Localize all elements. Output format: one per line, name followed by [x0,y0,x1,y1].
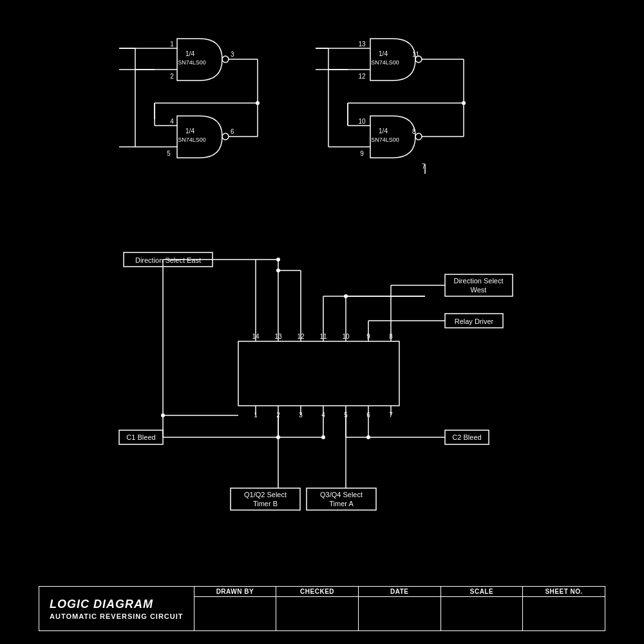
svg-point-24 [256,101,260,105]
svg-text:Direction Select: Direction Select [453,277,503,285]
svg-text:SN74LS00: SN74LS00 [371,137,399,143]
svg-text:1/4: 1/4 [185,50,194,57]
field-sheet-no-label: SHEET NO. [523,587,605,597]
field-checked-value [276,597,358,630]
svg-text:1/4: 1/4 [379,50,388,57]
field-scale-value [441,597,523,630]
field-scale: SCALE [441,587,524,630]
svg-text:1/4: 1/4 [185,128,194,135]
svg-point-144 [161,413,165,417]
svg-text:Timer A: Timer A [329,500,354,507]
svg-text:Q3/Q4 Select: Q3/Q4 Select [320,491,363,498]
svg-point-124 [321,435,325,439]
svg-point-20 [222,133,229,140]
svg-text:West: West [471,286,487,294]
title-fields: DRAWN BY CHECKED DATE SCALE SHEET NO. [194,587,605,630]
field-scale-label: SCALE [441,587,523,597]
field-checked-label: CHECKED [276,587,358,597]
svg-text:Direction Select East: Direction Select East [135,256,201,264]
field-drawn-by-value [194,597,276,630]
field-sheet-no: SHEET NO. [523,587,605,630]
svg-text:1/4: 1/4 [379,128,388,135]
svg-text:C1 Bleed: C1 Bleed [126,433,155,441]
svg-point-50 [415,133,422,140]
svg-text:SN74LS00: SN74LS00 [371,59,399,66]
svg-text:Q1/Q2 Select: Q1/Q2 Select [244,491,287,498]
svg-text:3: 3 [231,51,234,58]
svg-text:2: 2 [170,73,174,80]
field-checked: CHECKED [276,587,359,630]
svg-text:5: 5 [167,150,171,157]
svg-text:1: 1 [170,41,174,48]
svg-text:C2 Bleed: C2 Bleed [452,433,481,441]
diagram-subtitle: AUTOMATIC REVERSING CIRCUIT [50,612,184,620]
field-date: DATE [359,587,441,630]
svg-text:Timer B: Timer B [253,500,278,507]
svg-text:SN74LS00: SN74LS00 [178,59,206,66]
title-main: LOGIC DIAGRAM AUTOMATIC REVERSING CIRCUI… [39,587,194,630]
svg-text:Relay Driver: Relay Driver [455,317,494,325]
field-date-label: DATE [359,587,440,597]
svg-text:10: 10 [358,118,366,125]
svg-text:6: 6 [231,128,234,135]
svg-point-116 [344,294,348,298]
circuit-diagram: 1 2 1/4 SN74LS00 3 4 5 1/4 SN74LS00 [0,0,644,644]
svg-point-54 [462,101,466,105]
svg-rect-62 [238,341,399,406]
field-date-value [359,597,440,630]
svg-text:SN74LS00: SN74LS00 [178,137,206,143]
svg-text:4: 4 [170,118,174,125]
field-sheet-no-value [523,597,605,630]
svg-text:13: 13 [358,41,366,48]
svg-text:11: 11 [412,51,420,58]
title-block: LOGIC DIAGRAM AUTOMATIC REVERSING CIRCUI… [39,586,605,631]
svg-text:8: 8 [412,128,416,135]
svg-point-111 [276,269,280,272]
svg-text:12: 12 [358,73,366,80]
svg-text:9: 9 [360,150,364,157]
field-drawn-by: DRAWN BY [194,587,277,630]
field-drawn-by-label: DRAWN BY [194,587,276,597]
svg-point-108 [276,258,280,261]
svg-point-6 [222,56,229,62]
diagram-title: LOGIC DIAGRAM [50,598,184,611]
